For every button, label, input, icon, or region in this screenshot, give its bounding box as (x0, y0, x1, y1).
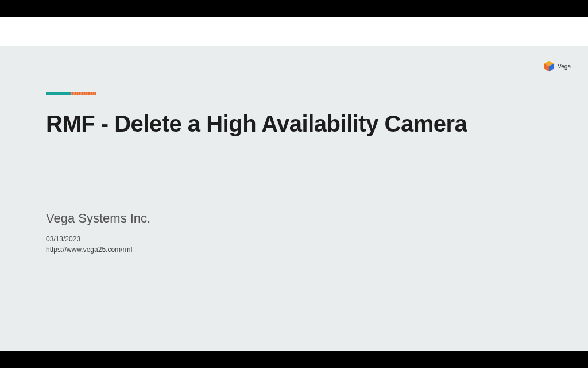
cube-icon (543, 60, 555, 72)
top-white-bar (0, 17, 588, 46)
brand-label: Vega (558, 63, 571, 70)
slide-meta: 03/13/2023 https://www.vega25.com/rmf (46, 234, 542, 255)
slide-area: Vega RMF - Delete a High Availability Ca… (0, 46, 588, 351)
brand-mark: Vega (543, 60, 571, 72)
top-black-bar (0, 0, 588, 17)
accent-teal-segment (46, 92, 71, 95)
slide-date: 03/13/2023 (46, 234, 542, 244)
accent-orange-segment (71, 92, 96, 95)
slide-url: https://www.vega25.com/rmf (46, 244, 542, 255)
company-name: Vega Systems Inc. (46, 211, 542, 226)
slide-title: RMF - Delete a High Availability Camera (46, 111, 542, 136)
accent-bar (46, 92, 96, 95)
bottom-black-bar (0, 351, 588, 368)
